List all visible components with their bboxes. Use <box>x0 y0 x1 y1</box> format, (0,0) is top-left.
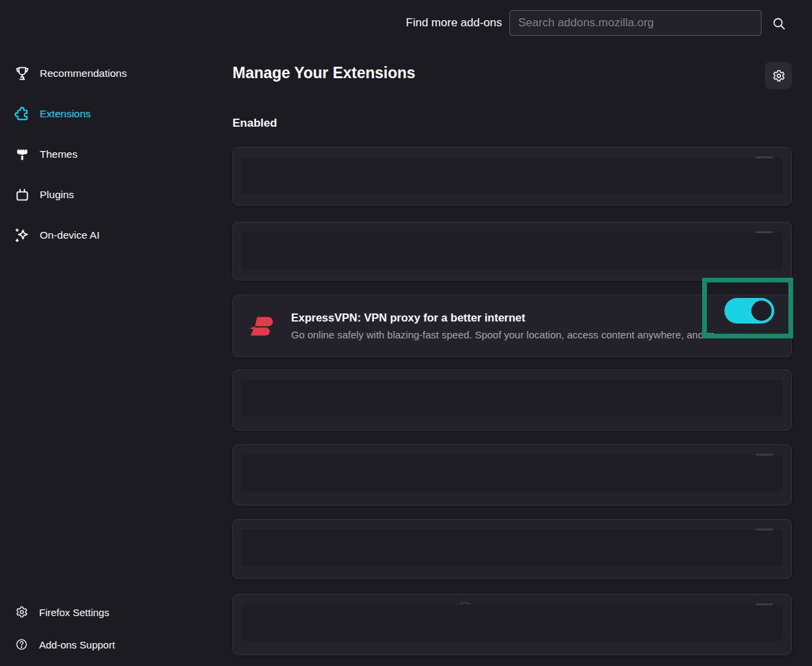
toggle-remnant <box>755 454 773 456</box>
toggle-remnant <box>755 231 773 233</box>
sidebar-item-extensions[interactable]: Extensions <box>0 98 226 130</box>
extension-enable-toggle[interactable] <box>724 298 774 324</box>
extension-card-redacted[interactable] <box>232 147 792 206</box>
toggle-remnant <box>755 603 773 605</box>
extension-card-redacted[interactable] <box>232 222 792 280</box>
redaction-block <box>241 605 782 641</box>
sidebar-footer-label: Firefox Settings <box>39 607 109 618</box>
redaction-block <box>241 380 782 417</box>
plug-icon <box>13 186 31 204</box>
gear-icon <box>772 69 786 83</box>
search-icon <box>772 16 786 31</box>
search-input[interactable] <box>509 10 761 36</box>
extension-card-redacted[interactable] <box>232 444 792 506</box>
extension-text-block: ExpressVPN: VPN proxy for a better inter… <box>291 311 725 340</box>
extension-card-redacted[interactable] <box>232 594 792 655</box>
toggle-remnant <box>755 156 773 158</box>
redaction-block <box>241 530 782 566</box>
search-button[interactable] <box>770 14 788 33</box>
sidebar-item-firefox-settings[interactable]: Firefox Settings <box>0 597 226 627</box>
sidebar-footer-label: Add-ons Support <box>39 639 115 650</box>
find-more-addons-label: Find more add-ons <box>406 16 502 30</box>
extension-name: ExpressVPN: VPN proxy for a better inter… <box>291 311 725 324</box>
trophy-icon <box>13 65 31 82</box>
sidebar-item-on-device-ai[interactable]: On-device AI <box>0 219 226 251</box>
redaction-block <box>241 158 782 194</box>
expressvpn-logo-icon <box>247 311 276 341</box>
page-title: Manage Your Extensions <box>232 64 415 82</box>
extension-card-redacted[interactable] <box>232 519 792 579</box>
sidebar-item-plugins[interactable]: Plugins <box>0 179 226 211</box>
gear-icon <box>15 605 28 619</box>
puzzle-icon <box>13 105 31 123</box>
paintbrush-icon <box>13 146 31 163</box>
sidebar-item-label: On-device AI <box>40 229 100 241</box>
sidebar-item-recommendations[interactable]: Recommendations <box>0 57 226 90</box>
help-icon <box>15 638 28 651</box>
extension-card-expressvpn[interactable]: ExpressVPN: VPN proxy for a better inter… <box>232 295 792 357</box>
enabled-section-heading: Enabled <box>232 117 277 130</box>
sidebar-item-label: Plugins <box>40 189 74 201</box>
extension-description: Go online safely with blazing-fast speed… <box>291 329 725 340</box>
tools-for-all-addons-button[interactable] <box>765 62 792 89</box>
toggle-knob <box>751 301 772 321</box>
sidebar-item-label: Extensions <box>40 108 91 120</box>
redaction-block <box>241 455 782 491</box>
toggle-remnant <box>755 528 773 531</box>
sidebar-item-themes[interactable]: Themes <box>0 138 226 171</box>
sparkles-icon <box>13 226 31 244</box>
redaction-block <box>241 233 782 269</box>
extension-card-redacted[interactable] <box>232 369 792 431</box>
sidebar-item-label: Recommendations <box>40 67 127 80</box>
sidebar-item-label: Themes <box>40 148 77 160</box>
sidebar-item-addons-support[interactable]: Add-ons Support <box>0 630 226 659</box>
category-sidebar: Recommendations Extensions Themes Plugin… <box>0 57 226 260</box>
